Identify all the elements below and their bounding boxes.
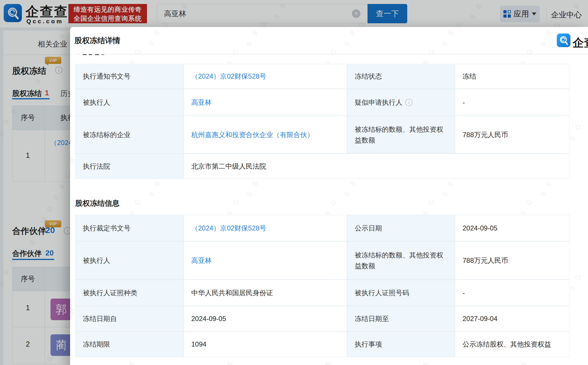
t1-label: 被冻结标的数额、其他投资权益数额 [347, 116, 455, 153]
qcc-logo-icon [557, 33, 570, 47]
t1-label: 疑似申请执行人 i [347, 89, 455, 116]
clipped-text-fragment [89, 54, 92, 55]
t1-label-text: 疑似申请执行人 [355, 97, 402, 108]
t2-value: 2024-09-05 [184, 306, 347, 331]
t1-value: - [455, 89, 569, 116]
executed-person-link[interactable]: 高亚林 [191, 97, 212, 108]
t2-label: 执行事项 [347, 332, 455, 357]
clipped-text-fragment [101, 54, 104, 55]
t1-label: 执行法院 [75, 154, 183, 179]
t2-value: 1094 [184, 332, 347, 357]
t2-label: 被执行人证照号码 [347, 280, 455, 306]
t1-label: 被执行人 [75, 89, 183, 116]
t2-value: 公示冻结股权、其他投资权益 [455, 332, 569, 357]
ruling-number-link[interactable]: （2024）京02财保528号 [191, 223, 266, 234]
qcc-logo-text: 企查查 [573, 35, 588, 51]
freeze-info-section-title: 股权冻结信息 [75, 198, 119, 208]
freeze-detail-table: 执行通知书文号 （2024）京02财保528号 冻结状态 冻结 被执行人 高亚林… [75, 64, 570, 179]
t2-label: 冻结期限 [75, 332, 183, 357]
t1-label: 执行通知书文号 [75, 64, 183, 89]
t2-value: 2024-09-05 [455, 215, 569, 241]
freeze-info-table: 执行裁定书文号 （2024）京02财保528号 公示日期 2024-09-05 … [75, 215, 570, 357]
clipped-text-fragment [95, 54, 99, 55]
t2-value: 2027-09-04 [455, 306, 569, 331]
t2-label: 冻结日期自 [75, 306, 183, 331]
t1-value: 788万元人民币 [455, 116, 569, 153]
t1-label: 被冻结标的企业 [75, 116, 183, 153]
document-number-link[interactable]: （2024）京02财保528号 [191, 71, 266, 82]
frozen-company-link[interactable]: 杭州嘉惠义和投资合伙企业（有限合伙） [191, 129, 314, 140]
t2-label: 被冻结标的数额、其他投资权益数额 [347, 242, 455, 279]
modal-title: 股权冻结详情 [74, 35, 120, 46]
t2-label: 执行裁定书文号 [75, 215, 183, 241]
t2-label: 公示日期 [347, 215, 455, 241]
t1-value: 冻结 [455, 64, 569, 89]
info-icon[interactable]: i [405, 99, 413, 106]
t1-label: 冻结状态 [347, 64, 455, 89]
t2-label: 冻结日期至 [347, 306, 455, 331]
clipped-text-fragment [83, 54, 87, 55]
t2-label: 被执行人证照种类 [75, 280, 183, 306]
t2-value: 788万元人民币 [455, 242, 569, 279]
equity-freeze-detail-modal: 8 8 M B P 9 G8 8 M B P 9 G8 8 M B P 9 G8… [70, 27, 588, 365]
executed-person-link[interactable]: 高亚林 [191, 255, 212, 266]
t2-label: 被执行人 [75, 242, 183, 279]
divider [74, 54, 588, 54]
t2-value: 中华人民共和国居民身份证 [184, 280, 347, 306]
t1-value: 北京市第二中级人民法院 [184, 154, 569, 179]
t2-value: - [455, 280, 569, 306]
